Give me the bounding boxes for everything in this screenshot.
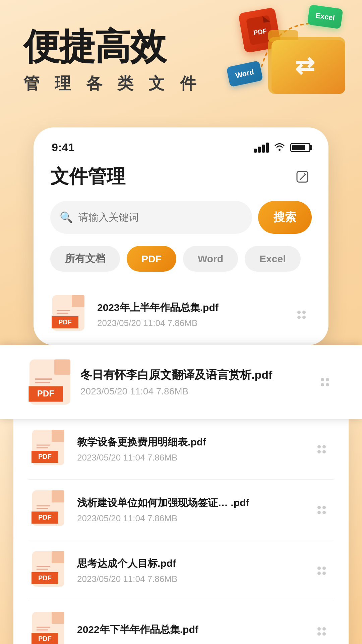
svg-rect-8: [72, 295, 84, 307]
edit-icon[interactable]: [293, 167, 312, 186]
svg-rect-38: [52, 612, 64, 624]
file-name-highlighted: 冬日有怀李白原文翻译及语言赏析.pdf: [80, 367, 307, 383]
pdf-file-icon: PDF: [32, 490, 68, 530]
svg-text:PDF: PDF: [38, 514, 52, 521]
file-meta: 2023/05/20 11:04 7.86MB: [97, 318, 284, 328]
search-container: 🔍 搜索: [48, 201, 314, 234]
filter-tab-pdf[interactable]: PDF: [127, 246, 176, 272]
file-item[interactable]: PDF 2023年上半年作品总集.pdf 2023/05/20 11:04 7.…: [48, 284, 314, 345]
file-info: 2022年下半年作品总集.pdf: [77, 623, 304, 640]
file-info: 教学设备更换费用明细表.pdf 2023/05/20 11:04 7.86MB: [77, 435, 304, 463]
file-item[interactable]: PDF 思考达成个人目标.pdf 2023/05/20 11:04 7.86MB: [28, 540, 334, 601]
pdf-file-icon: PDF: [32, 611, 68, 644]
file-list: PDF 2023年上半年作品总集.pdf 2023/05/20 11:04 7.…: [48, 284, 314, 345]
pdf-file-icon: PDF: [32, 429, 68, 469]
svg-text:⇄: ⇄: [295, 53, 315, 79]
word-badge-icon: Word: [226, 60, 263, 87]
folder-icon: ⇄: [268, 23, 349, 97]
battery-icon: [290, 143, 310, 152]
filter-tab-excel[interactable]: Excel: [245, 246, 300, 272]
file-more-button[interactable]: [312, 561, 330, 580]
app-header: 文件管理: [48, 164, 314, 190]
status-icons: [254, 141, 310, 154]
file-name: 2022年下半年作品总集.pdf: [77, 623, 304, 637]
svg-text:PDF: PDF: [38, 635, 52, 642]
file-name: 教学设备更换费用明细表.pdf: [77, 435, 304, 449]
hero-section: 便捷高效 管 理 各 类 文 件 PDF Excel Word: [0, 0, 362, 114]
file-more-button[interactable]: [312, 622, 330, 640]
svg-text:PDF: PDF: [58, 318, 72, 326]
svg-rect-26: [52, 490, 64, 502]
file-more-button[interactable]: [292, 306, 310, 324]
highlighted-file-card[interactable]: PDF 冬日有怀李白原文翻译及语言赏析.pdf 2023/05/20 11:04…: [0, 345, 362, 419]
svg-rect-3: [268, 30, 298, 42]
hero-icons: PDF Excel Word: [221, 10, 349, 111]
file-info: 2023年上半年作品总集.pdf 2023/05/20 11:04 7.86MB: [97, 301, 284, 328]
file-name: 2023年上半年作品总集.pdf: [97, 301, 284, 315]
file-item[interactable]: PDF 浅析建设单位如何加强现场签证… .pdf 2023/05/20 11:0…: [28, 480, 334, 540]
svg-rect-20: [52, 430, 64, 442]
file-meta: 2023/05/20 11:04 7.86MB: [77, 513, 304, 524]
pdf-file-icon-highlighted: PDF: [28, 359, 72, 406]
status-time: 9:41: [52, 141, 74, 154]
file-name: 思考达成个人目标.pdf: [77, 557, 304, 571]
search-input-wrap[interactable]: 🔍: [50, 201, 252, 234]
filter-tabs: 所有文档 PDF Word Excel: [48, 246, 314, 272]
phone-mockup: 9:41 文件管理: [34, 127, 328, 345]
app-title: 文件管理: [50, 164, 125, 190]
file-more-button-highlighted[interactable]: [316, 373, 334, 391]
file-meta: 2023/05/20 11:04 7.86MB: [77, 574, 304, 584]
svg-text:PDF: PDF: [38, 574, 52, 582]
filter-tab-word[interactable]: Word: [183, 246, 238, 272]
svg-text:PDF: PDF: [37, 389, 54, 398]
signal-bars-icon: [254, 143, 269, 153]
file-info-highlighted: 冬日有怀李白原文翻译及语言赏析.pdf 2023/05/20 11:04 7.8…: [80, 367, 307, 397]
phone-wrapper: 9:41 文件管理: [0, 127, 362, 345]
file-meta: 2023/05/20 11:04 7.86MB: [77, 452, 304, 463]
file-info: 浅析建设单位如何加强现场签证… .pdf 2023/05/20 11:04 7.…: [77, 496, 304, 524]
svg-text:PDF: PDF: [38, 453, 52, 460]
status-bar: 9:41: [48, 141, 314, 154]
wifi-icon: [274, 141, 286, 154]
file-item[interactable]: PDF 教学设备更换费用明细表.pdf 2023/05/20 11:04 7.8…: [28, 419, 334, 480]
svg-rect-32: [52, 551, 64, 563]
pdf-file-icon: PDF: [52, 294, 88, 335]
file-item[interactable]: PDF 2022年下半年作品总集.pdf: [28, 601, 334, 644]
file-name: 浅析建设单位如何加强现场签证… .pdf: [77, 496, 304, 510]
file-info: 思考达成个人目标.pdf 2023/05/20 11:04 7.86MB: [77, 557, 304, 584]
filter-tab-all[interactable]: 所有文档: [50, 246, 120, 272]
search-input[interactable]: [78, 212, 243, 223]
pdf-file-icon: PDF: [32, 550, 68, 591]
svg-rect-14: [54, 360, 70, 375]
search-icon: 🔍: [60, 211, 73, 224]
file-more-button[interactable]: [312, 440, 330, 458]
search-button[interactable]: 搜索: [258, 201, 312, 234]
file-meta-highlighted: 2023/05/20 11:04 7.86MB: [80, 386, 307, 397]
file-more-button[interactable]: [312, 501, 330, 519]
